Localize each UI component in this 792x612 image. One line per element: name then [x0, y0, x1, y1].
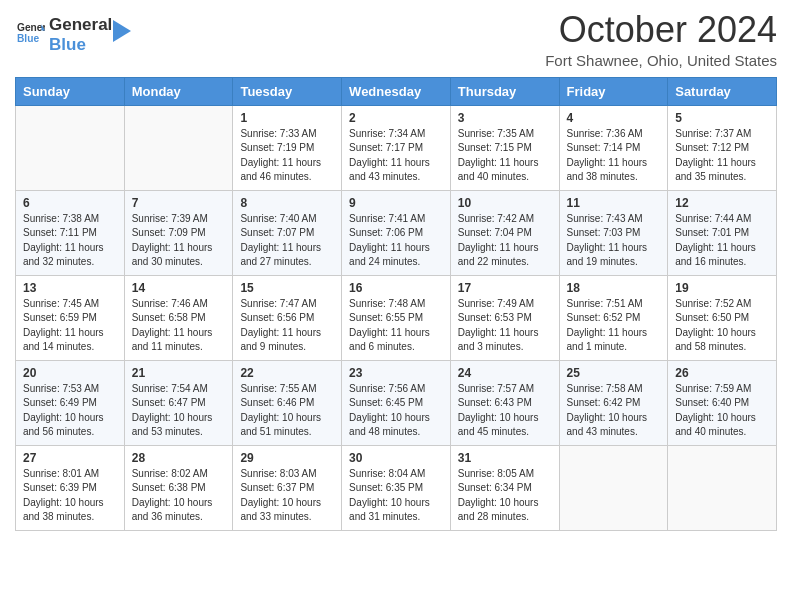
table-row: 31Sunrise: 8:05 AM Sunset: 6:34 PM Dayli… [450, 445, 559, 530]
day-number: 6 [23, 196, 117, 210]
day-info: Sunrise: 7:51 AM Sunset: 6:52 PM Dayligh… [567, 297, 661, 355]
logo: General Blue General Blue [15, 15, 131, 56]
col-saturday: Saturday [668, 77, 777, 105]
table-row: 24Sunrise: 7:57 AM Sunset: 6:43 PM Dayli… [450, 360, 559, 445]
col-tuesday: Tuesday [233, 77, 342, 105]
table-row: 11Sunrise: 7:43 AM Sunset: 7:03 PM Dayli… [559, 190, 668, 275]
table-row: 28Sunrise: 8:02 AM Sunset: 6:38 PM Dayli… [124, 445, 233, 530]
day-number: 5 [675, 111, 769, 125]
day-info: Sunrise: 7:42 AM Sunset: 7:04 PM Dayligh… [458, 212, 552, 270]
table-row [16, 105, 125, 190]
col-sunday: Sunday [16, 77, 125, 105]
day-info: Sunrise: 7:57 AM Sunset: 6:43 PM Dayligh… [458, 382, 552, 440]
day-info: Sunrise: 7:44 AM Sunset: 7:01 PM Dayligh… [675, 212, 769, 270]
day-info: Sunrise: 7:40 AM Sunset: 7:07 PM Dayligh… [240, 212, 334, 270]
logo-triangle-icon [113, 20, 131, 42]
calendar-week-row: 1Sunrise: 7:33 AM Sunset: 7:19 PM Daylig… [16, 105, 777, 190]
table-row: 18Sunrise: 7:51 AM Sunset: 6:52 PM Dayli… [559, 275, 668, 360]
day-number: 1 [240, 111, 334, 125]
day-number: 10 [458, 196, 552, 210]
day-info: Sunrise: 7:47 AM Sunset: 6:56 PM Dayligh… [240, 297, 334, 355]
table-row [668, 445, 777, 530]
table-row: 9Sunrise: 7:41 AM Sunset: 7:06 PM Daylig… [342, 190, 451, 275]
day-info: Sunrise: 7:45 AM Sunset: 6:59 PM Dayligh… [23, 297, 117, 355]
day-info: Sunrise: 7:36 AM Sunset: 7:14 PM Dayligh… [567, 127, 661, 185]
day-info: Sunrise: 8:03 AM Sunset: 6:37 PM Dayligh… [240, 467, 334, 525]
day-info: Sunrise: 8:04 AM Sunset: 6:35 PM Dayligh… [349, 467, 443, 525]
svg-text:General: General [17, 23, 45, 34]
table-row: 25Sunrise: 7:58 AM Sunset: 6:42 PM Dayli… [559, 360, 668, 445]
day-number: 17 [458, 281, 552, 295]
table-row: 5Sunrise: 7:37 AM Sunset: 7:12 PM Daylig… [668, 105, 777, 190]
table-row: 19Sunrise: 7:52 AM Sunset: 6:50 PM Dayli… [668, 275, 777, 360]
day-info: Sunrise: 7:52 AM Sunset: 6:50 PM Dayligh… [675, 297, 769, 355]
day-number: 16 [349, 281, 443, 295]
calendar-week-row: 20Sunrise: 7:53 AM Sunset: 6:49 PM Dayli… [16, 360, 777, 445]
table-row: 1Sunrise: 7:33 AM Sunset: 7:19 PM Daylig… [233, 105, 342, 190]
day-info: Sunrise: 7:35 AM Sunset: 7:15 PM Dayligh… [458, 127, 552, 185]
day-number: 26 [675, 366, 769, 380]
col-monday: Monday [124, 77, 233, 105]
table-row: 30Sunrise: 8:04 AM Sunset: 6:35 PM Dayli… [342, 445, 451, 530]
table-row: 14Sunrise: 7:46 AM Sunset: 6:58 PM Dayli… [124, 275, 233, 360]
table-row: 6Sunrise: 7:38 AM Sunset: 7:11 PM Daylig… [16, 190, 125, 275]
header: General Blue General Blue October 2024 F… [15, 10, 777, 69]
calendar-header-row: Sunday Monday Tuesday Wednesday Thursday… [16, 77, 777, 105]
day-number: 8 [240, 196, 334, 210]
day-info: Sunrise: 7:39 AM Sunset: 7:09 PM Dayligh… [132, 212, 226, 270]
logo-content: General Blue [15, 19, 45, 51]
day-info: Sunrise: 7:53 AM Sunset: 6:49 PM Dayligh… [23, 382, 117, 440]
day-number: 15 [240, 281, 334, 295]
table-row: 29Sunrise: 8:03 AM Sunset: 6:37 PM Dayli… [233, 445, 342, 530]
day-number: 11 [567, 196, 661, 210]
table-row: 7Sunrise: 7:39 AM Sunset: 7:09 PM Daylig… [124, 190, 233, 275]
table-row: 13Sunrise: 7:45 AM Sunset: 6:59 PM Dayli… [16, 275, 125, 360]
location: Fort Shawnee, Ohio, United States [545, 52, 777, 69]
day-number: 27 [23, 451, 117, 465]
day-number: 12 [675, 196, 769, 210]
day-info: Sunrise: 7:41 AM Sunset: 7:06 PM Dayligh… [349, 212, 443, 270]
calendar-week-row: 6Sunrise: 7:38 AM Sunset: 7:11 PM Daylig… [16, 190, 777, 275]
day-info: Sunrise: 7:55 AM Sunset: 6:46 PM Dayligh… [240, 382, 334, 440]
day-info: Sunrise: 7:43 AM Sunset: 7:03 PM Dayligh… [567, 212, 661, 270]
logo-line2: Blue [49, 35, 112, 55]
svg-marker-3 [113, 20, 131, 42]
table-row: 17Sunrise: 7:49 AM Sunset: 6:53 PM Dayli… [450, 275, 559, 360]
day-info: Sunrise: 8:01 AM Sunset: 6:39 PM Dayligh… [23, 467, 117, 525]
day-number: 7 [132, 196, 226, 210]
table-row: 4Sunrise: 7:36 AM Sunset: 7:14 PM Daylig… [559, 105, 668, 190]
table-row: 8Sunrise: 7:40 AM Sunset: 7:07 PM Daylig… [233, 190, 342, 275]
day-info: Sunrise: 7:46 AM Sunset: 6:58 PM Dayligh… [132, 297, 226, 355]
day-number: 29 [240, 451, 334, 465]
day-info: Sunrise: 8:05 AM Sunset: 6:34 PM Dayligh… [458, 467, 552, 525]
day-number: 28 [132, 451, 226, 465]
table-row: 2Sunrise: 7:34 AM Sunset: 7:17 PM Daylig… [342, 105, 451, 190]
day-number: 22 [240, 366, 334, 380]
table-row: 23Sunrise: 7:56 AM Sunset: 6:45 PM Dayli… [342, 360, 451, 445]
day-number: 14 [132, 281, 226, 295]
calendar-table: Sunday Monday Tuesday Wednesday Thursday… [15, 77, 777, 531]
calendar-week-row: 27Sunrise: 8:01 AM Sunset: 6:39 PM Dayli… [16, 445, 777, 530]
day-info: Sunrise: 7:59 AM Sunset: 6:40 PM Dayligh… [675, 382, 769, 440]
page: General Blue General Blue October 2024 F… [0, 0, 792, 612]
day-info: Sunrise: 7:34 AM Sunset: 7:17 PM Dayligh… [349, 127, 443, 185]
table-row: 21Sunrise: 7:54 AM Sunset: 6:47 PM Dayli… [124, 360, 233, 445]
day-number: 3 [458, 111, 552, 125]
day-info: Sunrise: 7:58 AM Sunset: 6:42 PM Dayligh… [567, 382, 661, 440]
table-row [124, 105, 233, 190]
day-info: Sunrise: 7:56 AM Sunset: 6:45 PM Dayligh… [349, 382, 443, 440]
table-row: 22Sunrise: 7:55 AM Sunset: 6:46 PM Dayli… [233, 360, 342, 445]
col-wednesday: Wednesday [342, 77, 451, 105]
day-number: 20 [23, 366, 117, 380]
table-row: 10Sunrise: 7:42 AM Sunset: 7:04 PM Dayli… [450, 190, 559, 275]
day-number: 30 [349, 451, 443, 465]
table-row [559, 445, 668, 530]
day-info: Sunrise: 8:02 AM Sunset: 6:38 PM Dayligh… [132, 467, 226, 525]
day-number: 21 [132, 366, 226, 380]
day-info: Sunrise: 7:38 AM Sunset: 7:11 PM Dayligh… [23, 212, 117, 270]
logo-line1: General [49, 15, 112, 35]
day-number: 4 [567, 111, 661, 125]
day-number: 31 [458, 451, 552, 465]
day-number: 13 [23, 281, 117, 295]
col-thursday: Thursday [450, 77, 559, 105]
